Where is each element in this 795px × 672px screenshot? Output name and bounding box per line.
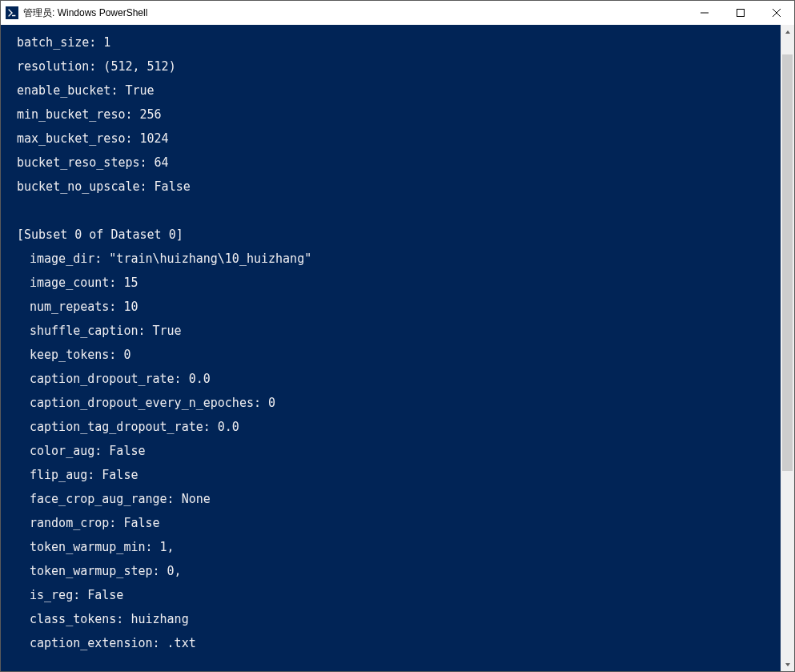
output-line: face_crop_aug_range: None bbox=[1, 493, 781, 505]
output-line: caption_dropout_rate: 0.0 bbox=[1, 373, 781, 385]
svg-rect-0 bbox=[737, 10, 744, 17]
output-line: caption_extension: .txt bbox=[1, 638, 781, 650]
output-line: keep_tokens: 0 bbox=[1, 349, 781, 361]
output-line: class_tokens: huizhang bbox=[1, 614, 781, 626]
maximize-button[interactable] bbox=[722, 1, 758, 25]
output-line: image_dir: "train\huizhang\10_huizhang" bbox=[1, 253, 781, 265]
output-line: random_crop: False bbox=[1, 517, 781, 529]
output-line: num_repeats: 10 bbox=[1, 301, 781, 313]
output-line: bucket_no_upscale: False bbox=[1, 181, 781, 193]
output-line: max_bucket_reso: 1024 bbox=[1, 133, 781, 145]
titlebar[interactable]: 管理员: Windows PowerShell bbox=[1, 1, 794, 25]
scrollbar-track[interactable] bbox=[781, 38, 794, 658]
output-line: bucket_reso_steps: 64 bbox=[1, 157, 781, 169]
output-line: shuffle_caption: True bbox=[1, 325, 781, 337]
output-line: resolution: (512, 512) bbox=[1, 61, 781, 73]
output-line: image_count: 15 bbox=[1, 277, 781, 289]
close-button[interactable] bbox=[758, 1, 794, 25]
minimize-button[interactable] bbox=[686, 1, 722, 25]
output-line: enable_bucket: True bbox=[1, 85, 781, 97]
output-line: [Subset 0 of Dataset 0] bbox=[1, 229, 781, 241]
powershell-window: 管理员: Windows PowerShell batch_size: 1 re… bbox=[0, 0, 795, 672]
output-line: token_warmup_min: 1, bbox=[1, 541, 781, 553]
output-line: min_bucket_reso: 256 bbox=[1, 109, 781, 121]
output-line: color_aug: False bbox=[1, 445, 781, 457]
output-line bbox=[1, 205, 781, 217]
output-line: token_warmup_step: 0, bbox=[1, 565, 781, 577]
output-line bbox=[1, 662, 781, 671]
scrollbar-thumb[interactable] bbox=[782, 54, 793, 471]
scroll-up-button[interactable] bbox=[781, 25, 794, 38]
console-output[interactable]: batch_size: 1 resolution: (512, 512) ena… bbox=[1, 25, 781, 671]
powershell-icon bbox=[6, 6, 18, 19]
window-controls bbox=[686, 1, 794, 25]
vertical-scrollbar[interactable] bbox=[781, 25, 794, 671]
output-line: is_reg: False bbox=[1, 590, 781, 602]
output-line: caption_tag_dropout_rate: 0.0 bbox=[1, 421, 781, 433]
window-title: 管理员: Windows PowerShell bbox=[23, 6, 686, 20]
scroll-down-button[interactable] bbox=[781, 658, 794, 671]
console-area: batch_size: 1 resolution: (512, 512) ena… bbox=[1, 25, 794, 671]
output-line: batch_size: 1 bbox=[1, 37, 781, 49]
output-line: flip_aug: False bbox=[1, 469, 781, 481]
output-line: caption_dropout_every_n_epoches: 0 bbox=[1, 397, 781, 409]
